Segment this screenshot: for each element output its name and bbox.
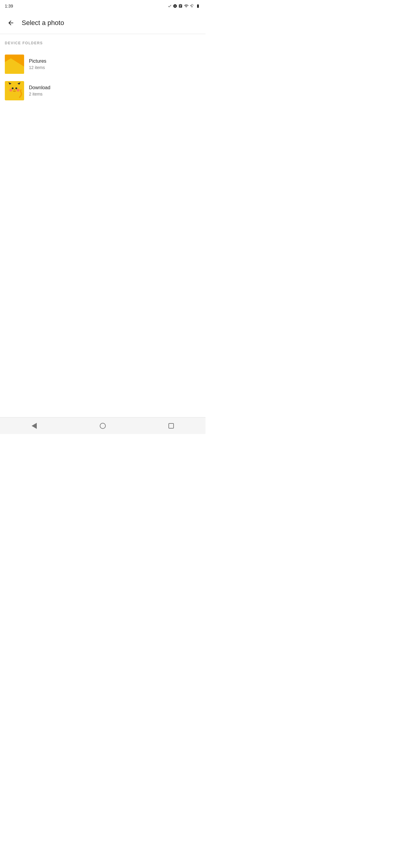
nav-recent-button[interactable]	[165, 420, 177, 432]
clipboard-icon	[179, 4, 183, 8]
svg-marker-2	[5, 55, 17, 62]
folder-thumbnail-download	[5, 81, 24, 100]
svg-rect-0	[5, 55, 24, 74]
pictures-thumbnail-svg	[5, 55, 24, 74]
section-title: DEVICE FOLDERS	[5, 41, 43, 45]
folder-list: Pictures 12 items	[0, 49, 205, 106]
folder-name-download: Download	[29, 85, 50, 90]
folder-name-pictures: Pictures	[29, 59, 46, 64]
check-icon	[167, 4, 172, 8]
nav-home-icon	[100, 423, 106, 429]
status-bar-left: 1:39	[5, 4, 13, 8]
download-thumbnail-svg	[5, 81, 24, 100]
battery-icon	[195, 4, 201, 8]
folder-count-download: 2 items	[29, 92, 50, 96]
back-arrow-icon	[7, 19, 14, 27]
folder-info-pictures: Pictures 12 items	[29, 59, 46, 70]
folder-item-download[interactable]: Download 2 items	[0, 78, 205, 104]
status-bar-icons	[167, 4, 201, 8]
svg-point-15	[17, 89, 20, 92]
nav-back-button[interactable]	[28, 420, 40, 432]
folder-thumbnail-pictures	[5, 55, 24, 74]
page-title: Select a photo	[22, 19, 64, 27]
content: DEVICE FOLDERS Pictures 12 items	[0, 34, 205, 106]
folder-info-download: Download 2 items	[29, 85, 50, 96]
svg-point-13	[14, 90, 15, 90]
nav-home-button[interactable]	[97, 420, 109, 432]
svg-marker-1	[5, 55, 24, 64]
wifi-icon	[184, 4, 189, 8]
blocked-icon	[173, 4, 177, 8]
nav-back-icon	[32, 423, 37, 429]
folder-count-pictures: 12 items	[29, 65, 46, 70]
back-button[interactable]	[5, 17, 17, 29]
device-folders-section-header: DEVICE FOLDERS	[0, 34, 205, 49]
svg-point-11	[12, 87, 13, 89]
status-bar: 1:39	[0, 0, 205, 12]
bottom-navigation	[0, 417, 205, 434]
app-bar: Select a photo	[0, 12, 205, 34]
signal-icon	[190, 4, 194, 8]
svg-point-12	[15, 87, 17, 89]
svg-rect-3	[5, 68, 24, 74]
folder-item-pictures[interactable]: Pictures 12 items	[0, 51, 205, 78]
svg-point-14	[9, 89, 12, 92]
status-time: 1:39	[5, 4, 13, 8]
nav-recent-icon	[168, 423, 174, 429]
